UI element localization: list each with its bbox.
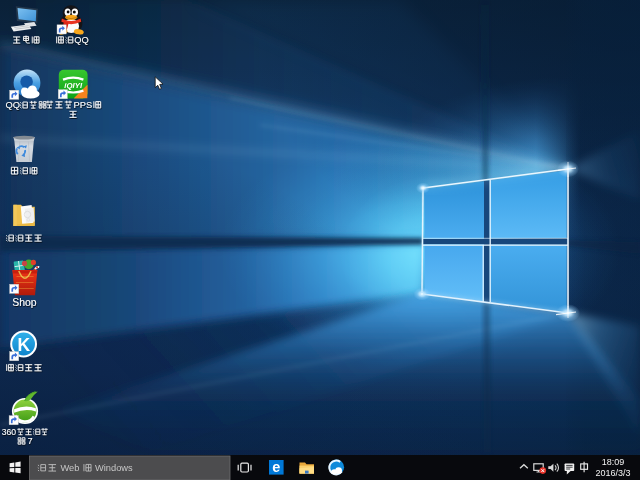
svg-text:18:09: 18:09 [602,457,625,467]
svg-text:e: e [272,459,280,475]
svg-text:PPS: PPS [74,100,93,110]
svg-text:2016/3/3: 2016/3/3 [595,468,630,478]
svg-text:Shop: Shop [12,297,36,308]
svg-text:7: 7 [28,436,33,446]
svg-text:360: 360 [2,427,17,437]
svg-text:Web: Web [61,463,80,473]
svg-text:Windows: Windows [95,463,133,473]
svg-text:K: K [18,335,31,355]
svg-text:QQ: QQ [6,100,20,110]
svg-text:iQIYI: iQIYI [64,81,83,90]
svg-text:QQ: QQ [74,35,88,45]
